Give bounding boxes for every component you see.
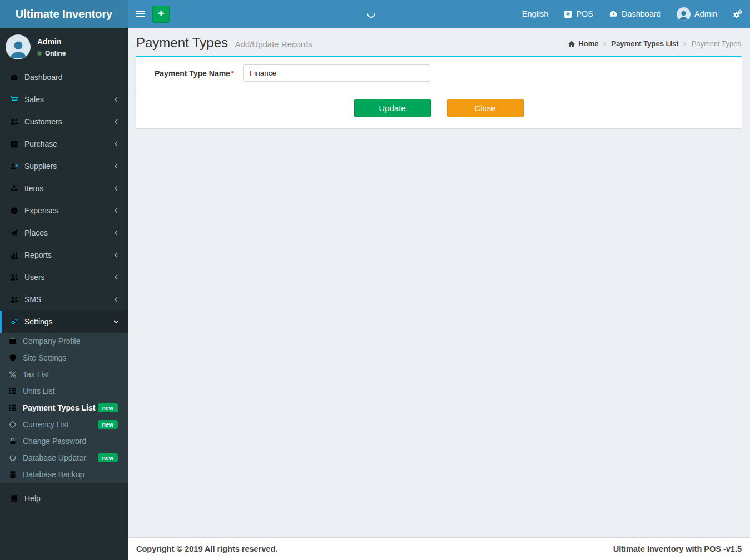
briefcase-icon (9, 337, 23, 345)
new-badge: new (98, 420, 118, 429)
settings-submenu: Company Profile Site Settings Tax List U… (0, 333, 128, 483)
database-icon (9, 471, 23, 478)
quick-add-button[interactable]: + (152, 6, 170, 23)
shield-icon (9, 354, 23, 362)
avatar (6, 34, 31, 59)
submenu-item-database-backup: Database Backup (0, 466, 128, 483)
sidebar-item-users: Users (0, 266, 128, 288)
breadcrumb-current: Payment Types (692, 39, 741, 48)
new-badge: new (98, 453, 118, 463)
submenu-item-change-password: Change Password (0, 433, 128, 449)
submenu-item-units-list: Units List (0, 383, 128, 399)
chevron-left-icon (113, 230, 119, 236)
sidebar-item-sms: SMS (0, 288, 128, 311)
tachometer-icon (609, 9, 618, 18)
main-content: Payment Types Add/Update Records Home > … (128, 28, 750, 560)
breadcrumb-home[interactable]: Home (568, 39, 598, 48)
chevron-down-icon (113, 319, 119, 324)
page-title: Payment Types (136, 35, 228, 50)
chevron-left-icon (113, 252, 119, 258)
tachometer-icon (10, 73, 24, 82)
settings-menu-button[interactable] (725, 0, 750, 28)
online-status-dot (37, 51, 42, 56)
plus-square-icon (564, 10, 572, 18)
breadcrumb: Home > Payment Types List > Payment Type… (568, 39, 741, 48)
chevron-left-icon (113, 297, 119, 302)
sidebar-item-places: Places (0, 222, 128, 244)
user-name: Admin (37, 37, 66, 46)
submenu-item-site-settings: Site Settings (0, 349, 128, 366)
sidebar-item-expenses: Expenses (0, 199, 128, 222)
users-icon (10, 273, 24, 282)
footer-copyright: Copyright © 2019 All rights reserved. (136, 544, 277, 553)
sidebar-item-reports: Reports (0, 244, 128, 266)
book-icon (10, 494, 24, 503)
list-icon (9, 387, 23, 395)
page-subtitle: Add/Update Records (235, 39, 312, 49)
sidebar: Admin Online Dashboard Sales Customers (0, 28, 128, 560)
sidebar-item-dashboard: Dashboard (0, 66, 128, 88)
submenu-item-database-updater: Database Updater new (0, 449, 128, 466)
person-icon (678, 9, 689, 21)
user-status[interactable]: Online (37, 49, 66, 57)
chevron-left-icon (113, 119, 119, 124)
submenu-item-tax-list: Tax List (0, 366, 128, 383)
users-icon (10, 118, 24, 126)
home-icon (568, 40, 575, 48)
sidebar-item-suppliers: Suppliers (0, 155, 128, 177)
payment-type-form-box: Payment Type Name* Update Close (136, 56, 742, 128)
user-plus-icon (10, 162, 24, 171)
currency-icon (9, 421, 23, 428)
footer-brand-version: Ultimate Inventory with POS -v1.5 (613, 544, 742, 553)
sidebar-item-settings: Settings (0, 311, 128, 333)
pos-link[interactable]: POS (556, 0, 601, 28)
sidebar-item-help: Help (0, 487, 128, 509)
chevron-left-icon (113, 274, 119, 280)
close-button[interactable]: Close (447, 99, 524, 117)
minus-circle-icon (10, 207, 24, 215)
submenu-item-currency-list: Currency List new (0, 416, 128, 433)
chevron-left-icon (113, 186, 119, 191)
breadcrumb-separator: > (603, 40, 607, 48)
submenu-item-company-profile: Company Profile (0, 333, 128, 349)
avatar (677, 7, 691, 21)
user-menu[interactable]: Admin (669, 0, 725, 28)
top-navbar: Ultimate Inventory + English POS Dashboa… (0, 0, 750, 28)
form-row: Payment Type Name* (136, 57, 742, 82)
cubes-icon (10, 184, 24, 193)
sidebar-menu: Dashboard Sales Customers Purchase Suppl… (0, 66, 128, 333)
users-icon (10, 296, 24, 304)
list-icon (9, 404, 23, 412)
circle-notch-icon (9, 454, 23, 462)
footer: Copyright © 2019 All rights reserved. Ul… (128, 537, 750, 560)
lock-icon (9, 437, 23, 445)
bar-chart-icon (10, 251, 24, 259)
cogs-icon (733, 9, 742, 19)
navbar-right-menu: English POS Dashboard Admin (514, 0, 750, 28)
cogs-icon (10, 318, 24, 326)
form-actions: Update Close (136, 91, 742, 128)
sidebar-item-purchase: Purchase (0, 133, 128, 155)
chevron-left-icon (113, 141, 119, 147)
new-badge: new (98, 403, 118, 413)
paper-plane-icon (10, 229, 24, 237)
payment-type-name-label: Payment Type Name* (155, 69, 243, 78)
sidebar-item-items: Items (0, 177, 128, 199)
breadcrumb-separator: > (683, 40, 687, 48)
percent-icon (9, 371, 23, 378)
update-button[interactable]: Update (354, 99, 431, 117)
language-menu[interactable]: English (514, 0, 557, 28)
loading-spinner-icon (365, 8, 377, 19)
sidebar-toggle-button[interactable] (128, 0, 152, 28)
sidebar-item-sales: Sales (0, 88, 128, 111)
payment-type-name-input[interactable] (243, 64, 430, 82)
breadcrumb-payment-types-list[interactable]: Payment Types List (611, 39, 678, 48)
chevron-left-icon (113, 208, 119, 213)
navbar-main: + English POS Dashboard Admin (128, 0, 750, 28)
required-asterisk: * (231, 69, 234, 78)
dashboard-link[interactable]: Dashboard (601, 0, 669, 28)
submenu-item-payment-types-list: Payment Types List new (0, 399, 128, 416)
app-logo[interactable]: Ultimate Inventory (0, 0, 128, 28)
person-icon (8, 38, 29, 59)
chevron-left-icon (113, 97, 119, 102)
